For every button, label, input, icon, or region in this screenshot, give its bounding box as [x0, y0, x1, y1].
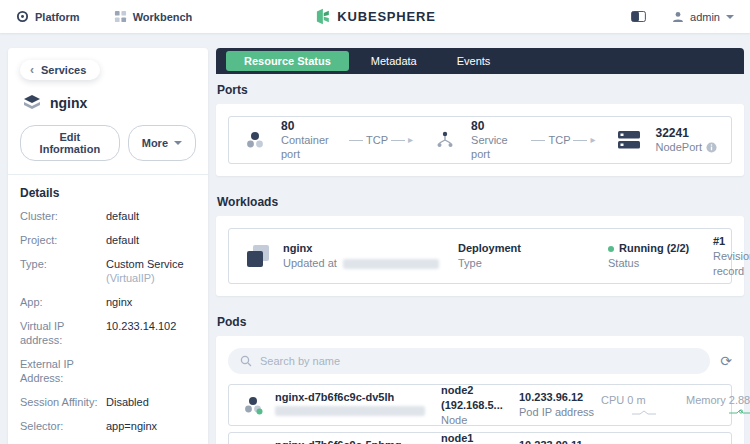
- pod-row[interactable]: nginx-d7b6f6c9c-5nbmg node1 (192.168.5..…: [228, 432, 732, 444]
- pod-node-label: Node: [441, 413, 519, 428]
- detail-row-cluster: Cluster: default: [20, 204, 196, 228]
- workload-revision-col: #1 Revision record: [713, 234, 750, 279]
- workload-status-col: Running (2/2) Status: [608, 241, 713, 271]
- detail-label: App:: [20, 295, 106, 309]
- workload-status-label: Status: [608, 256, 713, 271]
- detail-row-virtual-ip: Virtual IP address: 10.233.14.102: [20, 314, 196, 352]
- deployment-icon: [243, 241, 273, 271]
- detail-label: Session Affinity:: [20, 395, 106, 409]
- back-label: Services: [41, 64, 86, 76]
- protocol-label: TCP: [548, 134, 570, 146]
- protocol-label: TCP: [366, 134, 388, 146]
- detail-label: Virtual IP address:: [20, 319, 106, 347]
- ports-heading: Ports: [217, 83, 744, 97]
- detail-label: Project:: [20, 233, 106, 247]
- chevron-down-icon: [174, 141, 182, 145]
- pod-node-value: node2 (192.168.5...: [441, 383, 519, 413]
- detail-label: Cluster:: [20, 209, 106, 223]
- container-port-group: 80 Container port: [281, 119, 329, 161]
- pods-panel: ⟳ nginx-d7b6f6c9c-dv5lh node2 (192.168.5…: [216, 336, 744, 444]
- refresh-icon[interactable]: ⟳: [720, 354, 732, 368]
- detail-row-type: Type: Custom Service (VirtualIP): [20, 252, 196, 290]
- workloads-heading: Workloads: [217, 195, 744, 209]
- more-button[interactable]: More: [128, 125, 196, 161]
- pods-search-input[interactable]: [260, 355, 698, 367]
- protocol-flow: TCP▸: [531, 134, 595, 146]
- service-detail-main: Resource Status Metadata Events Ports 80…: [216, 48, 744, 444]
- pods-search-box[interactable]: [228, 348, 710, 374]
- details-heading: Details: [20, 186, 196, 200]
- pod-ip-col: 10.233.90.11 Pod IP address: [519, 438, 601, 444]
- redacted-timestamp: [343, 259, 439, 269]
- detail-value-extra: (VirtualIP): [106, 272, 155, 284]
- node-port-label: NodePort: [656, 140, 717, 154]
- page-title: nginx: [50, 95, 87, 111]
- tab-events[interactable]: Events: [439, 51, 509, 71]
- workload-updated: Updated at: [283, 256, 439, 271]
- user-avatar-icon: [672, 11, 684, 23]
- service-port-value: 80: [471, 119, 511, 133]
- container-port-label: Container port: [281, 133, 329, 161]
- pod-ip-col: 10.233.96.12 Pod IP address: [519, 390, 601, 420]
- detail-value: default: [106, 233, 139, 247]
- pod-node-col: node1 (192.168.5... Node: [441, 431, 519, 444]
- nodes-icon: [616, 129, 642, 151]
- arrow-right-icon: ▸: [408, 135, 413, 145]
- kubesphere-logo[interactable]: KUBESPHERE: [314, 8, 435, 25]
- pod-row[interactable]: nginx-d7b6f6c9c-dv5lh node2 (192.168.5..…: [228, 384, 732, 426]
- pods-heading: Pods: [217, 315, 744, 329]
- pod-node-value: node1 (192.168.5...: [441, 431, 519, 444]
- service-port-icon: [433, 128, 457, 152]
- pod-node-col: node2 (192.168.5... Node: [441, 383, 519, 428]
- detail-value: app=nginx: [106, 419, 157, 433]
- workloads-panel: nginx Updated at Deployment Type Running…: [216, 216, 744, 296]
- kubesphere-logo-icon: [314, 8, 331, 25]
- notification-icon[interactable]: [631, 11, 646, 22]
- detail-tabbar: Resource Status Metadata Events: [216, 48, 744, 74]
- detail-row-selector: Selector: app=nginx: [20, 414, 196, 438]
- detail-row-project: Project: default: [20, 228, 196, 252]
- platform-menu[interactable]: Platform: [16, 10, 80, 23]
- tab-metadata[interactable]: Metadata: [353, 51, 435, 71]
- detail-value: Disabled: [106, 395, 149, 409]
- workload-revision-value: #1: [713, 234, 750, 249]
- search-icon: [240, 355, 252, 367]
- workload-row[interactable]: nginx Updated at Deployment Type Running…: [228, 228, 732, 284]
- pod-cpu-metric: CPU 0 m: [601, 394, 686, 416]
- service-detail-sidebar: ‹ Services nginx Edit Information More D…: [8, 48, 208, 444]
- app-header: Platform Workbench KUBESPHERE admin: [0, 0, 750, 33]
- status-dot-icon: [608, 246, 614, 252]
- more-label: More: [142, 137, 168, 149]
- platform-label: Platform: [35, 11, 80, 23]
- service-port-label: Service port: [471, 133, 511, 161]
- workload-type-label: Type: [458, 256, 608, 271]
- detail-value: nginx: [106, 295, 132, 309]
- workbench-menu[interactable]: Workbench: [114, 10, 193, 23]
- workload-name: nginx: [283, 241, 439, 256]
- detail-label: Selector:: [20, 419, 106, 433]
- pod-ip-value: 10.233.96.12: [519, 390, 601, 405]
- divider: [8, 174, 208, 175]
- ports-card: 80 Container port TCP▸ 80 Service port T…: [228, 116, 732, 164]
- tab-resource-status[interactable]: Resource Status: [226, 51, 349, 71]
- user-menu[interactable]: admin: [672, 11, 734, 23]
- ports-panel: 80 Container port TCP▸ 80 Service port T…: [216, 104, 744, 176]
- container-port-value: 80: [281, 119, 329, 133]
- workbench-icon: [114, 10, 127, 23]
- detail-label: Type:: [20, 257, 106, 285]
- cpu-sparkline: [631, 408, 657, 416]
- back-to-services-link[interactable]: ‹ Services: [20, 60, 100, 80]
- redacted-pod-info: [275, 406, 425, 416]
- node-port-value: 32241: [656, 126, 717, 140]
- arrow-right-icon: ▸: [590, 135, 595, 145]
- info-icon[interactable]: [706, 142, 717, 153]
- detail-row-dns: DNS: nginx.default: [20, 438, 196, 444]
- brand-name: KUBESPHERE: [337, 9, 435, 24]
- pod-icon: [243, 128, 267, 152]
- workload-revision-label: Revision record: [713, 249, 750, 279]
- pod-memory-metric: Memory 2.88 Mi: [686, 394, 750, 416]
- workload-status-value: Running (2/2): [619, 242, 689, 254]
- workbench-label: Workbench: [133, 11, 193, 23]
- detail-value: default: [106, 209, 139, 223]
- edit-information-button[interactable]: Edit Information: [20, 125, 120, 161]
